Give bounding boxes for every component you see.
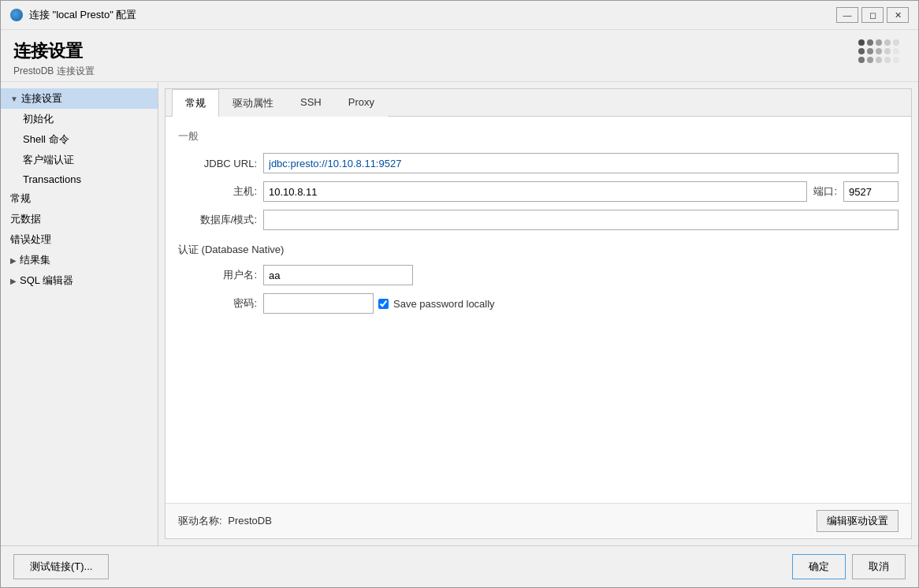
driver-footer: 驱动名称: PrestoDB 编辑驱动设置 [166,503,911,538]
confirm-cancel-group: 确定 取消 [792,554,906,579]
sidebar-item-resultset[interactable]: ▶ 结果集 [1,250,158,270]
driver-name-row: 驱动名称: PrestoDB [178,514,272,528]
app-icon [10,9,23,21]
sidebar: ▼ 连接设置 初始化 Shell 命令 客户端认证 Transactions 常… [1,82,158,545]
db-schema-row: 数据库/模式: [178,210,899,230]
sidebar-item-label: Shell 命令 [23,132,69,147]
password-input[interactable] [263,293,374,314]
sidebar-item-metadata[interactable]: 元数据 [1,209,158,229]
sidebar-item-transactions[interactable]: Transactions [1,170,158,188]
logo-decoration [858,39,899,63]
tab-bar: 常规 驱动属性 SSH Proxy [166,89,911,117]
close-button[interactable]: ✕ [887,7,909,23]
main-content: ▼ 连接设置 初始化 Shell 命令 客户端认证 Transactions 常… [1,82,918,545]
host-row: 主机: 端口: [178,181,899,202]
sidebar-item-label: 连接设置 [21,91,62,106]
host-label: 主机: [178,184,257,199]
save-password-row: Save password locally [378,298,495,310]
driver-value: PrestoDB [228,515,272,527]
edit-driver-button[interactable]: 编辑驱动设置 [817,510,899,532]
sidebar-item-label: 错误处理 [10,233,51,247]
sidebar-item-connection[interactable]: ▼ 连接设置 [1,88,158,109]
cancel-button[interactable]: 取消 [852,554,906,579]
auth-section: 认证 (Database Native) [178,243,899,257]
jdbc-url-row: JDBC URL: [178,153,899,173]
header: 连接设置 PrestoDB 连接设置 [1,30,918,82]
chevron-right-icon: ▶ [10,256,17,265]
driver-label: 驱动名称: [178,515,222,527]
auth-title: 认证 (Database Native) [178,243,899,257]
port-label: 端口: [813,184,837,199]
tab-general[interactable]: 常规 [172,89,219,117]
jdbc-url-label: JDBC URL: [178,158,257,169]
sidebar-item-label: 元数据 [10,212,41,226]
sidebar-item-shell[interactable]: Shell 命令 [1,129,158,150]
password-label: 密码: [178,296,257,311]
sidebar-item-label: 常规 [10,192,31,206]
spacer [178,322,899,416]
header-title: 连接设置 [13,39,906,63]
bottom-bar: 测试链接(T)... 确定 取消 [1,545,918,587]
titlebar-left: 连接 "local Presto" 配置 [10,8,136,22]
section-general-title: 一般 [178,129,899,143]
username-row: 用户名: [178,265,899,285]
tab-driver[interactable]: 驱动属性 [219,89,287,117]
tab-ssh[interactable]: SSH [287,89,335,117]
sidebar-item-label: 客户端认证 [23,153,74,167]
chevron-down-icon: ▼ [10,95,18,103]
minimize-button[interactable]: — [836,7,858,23]
port-input[interactable] [843,181,899,202]
sidebar-item-label: Transactions [23,173,81,185]
titlebar-controls: — ◻ ✕ [836,7,909,23]
sidebar-item-label: 初始化 [23,112,54,126]
db-label: 数据库/模式: [178,213,257,227]
sidebar-item-error[interactable]: 错误处理 [1,229,158,250]
save-password-checkbox[interactable] [378,299,389,309]
chevron-right-icon: ▶ [10,277,17,285]
jdbc-url-input[interactable] [263,153,899,173]
window-title: 连接 "local Presto" 配置 [29,8,136,22]
test-connection-button[interactable]: 测试链接(T)... [13,554,109,579]
titlebar: 连接 "local Presto" 配置 — ◻ ✕ [1,1,918,30]
host-port-group: 端口: [263,181,899,202]
main-window: 连接 "local Presto" 配置 — ◻ ✕ 连接设置 PrestoDB… [0,0,919,588]
password-row: 密码: Save password locally [178,293,899,314]
header-subtitle: PrestoDB 连接设置 [13,65,906,78]
sidebar-item-client-auth[interactable]: 客户端认证 [1,150,158,170]
ok-button[interactable]: 确定 [792,554,846,579]
maximize-button[interactable]: ◻ [861,7,884,23]
tab-proxy[interactable]: Proxy [335,89,388,117]
sidebar-item-sqleditor[interactable]: ▶ SQL 编辑器 [1,270,158,291]
username-label: 用户名: [178,268,257,282]
sidebar-item-label: SQL 编辑器 [20,274,73,288]
host-input[interactable] [263,181,807,202]
save-password-label[interactable]: Save password locally [393,298,495,310]
right-panel: 常规 驱动属性 SSH Proxy 一般 JDBC URL: [165,88,912,539]
sidebar-item-label: 结果集 [20,253,50,267]
db-schema-input[interactable] [263,210,899,230]
sidebar-item-init[interactable]: 初始化 [1,109,158,129]
username-input[interactable] [263,265,413,285]
sidebar-item-general[interactable]: 常规 [1,188,158,209]
panel-content: 一般 JDBC URL: 主机: 端口: 数据库 [166,117,911,503]
